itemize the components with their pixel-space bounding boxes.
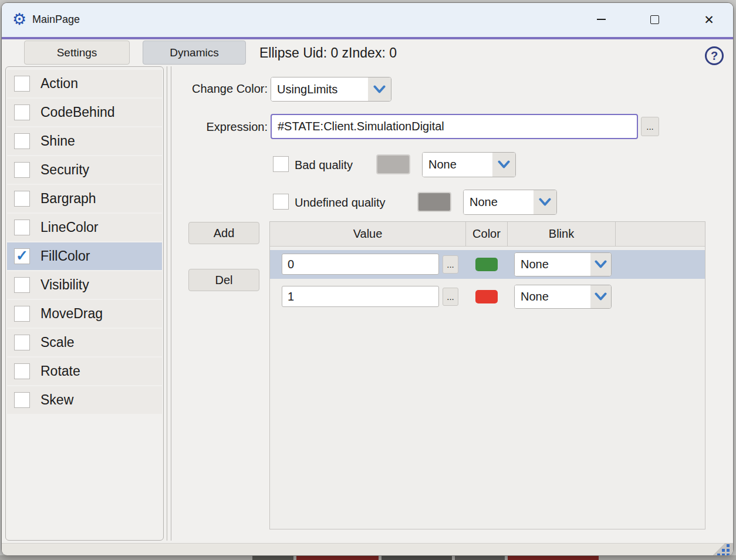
sidebar-item-label: Bargraph (40, 191, 96, 207)
checkbox[interactable] (14, 363, 30, 379)
undefined-quality-color-swatch[interactable] (417, 192, 451, 212)
help-icon[interactable]: ? (705, 46, 724, 65)
table-row[interactable]: ... None (270, 250, 705, 279)
gear-app-icon: ⚙ (12, 11, 26, 28)
bad-quality-checkbox[interactable] (273, 156, 289, 172)
maximize-icon (650, 15, 659, 24)
chevron-down-icon[interactable] (590, 253, 611, 276)
row-browse-button[interactable]: ... (443, 255, 458, 274)
checkbox[interactable] (14, 104, 30, 120)
checkbox[interactable] (14, 162, 30, 178)
maximize-button[interactable] (641, 3, 668, 36)
undefined-quality-blink-value: None (464, 190, 534, 214)
tab-settings[interactable]: Settings (24, 41, 130, 65)
column-header-extra (616, 222, 705, 246)
row-color-swatch[interactable] (475, 290, 498, 303)
column-header-blink: Blink (508, 222, 616, 246)
table-row[interactable]: ... None (270, 282, 705, 311)
sidebar-item-label: FillColor (40, 248, 90, 264)
checkbox[interactable] (14, 76, 30, 92)
check-icon: ✓ (16, 248, 28, 263)
undefined-quality-checkbox[interactable] (273, 194, 289, 210)
sidebar-item-action[interactable]: Action (7, 70, 162, 97)
accent-divider (2, 37, 733, 39)
close-button[interactable]: ✕ (696, 3, 723, 36)
splitter-handle[interactable] (167, 66, 171, 541)
chevron-down-icon[interactable] (534, 190, 556, 214)
resize-grip[interactable] (708, 543, 733, 555)
checkbox[interactable] (14, 220, 30, 235)
undefined-quality-label: Undefined quality (295, 196, 386, 210)
minimize-icon (597, 19, 606, 20)
expression-browse-button[interactable]: ... (641, 117, 659, 136)
add-button[interactable]: Add (188, 222, 259, 244)
background-fragment (455, 556, 505, 560)
chevron-down-icon[interactable] (492, 153, 515, 177)
close-icon: ✕ (704, 14, 714, 26)
change-color-label: Change Color: (166, 82, 268, 96)
sidebar-item-label: LineColor (40, 220, 98, 235)
sidebar-item-shine[interactable]: Shine (7, 127, 162, 155)
sidebar-item-label: Action (40, 76, 78, 92)
checkbox[interactable] (14, 277, 30, 293)
sidebar-item-linecolor[interactable]: LineColor (7, 214, 162, 241)
bad-quality-color-swatch[interactable] (376, 154, 410, 174)
expression-label: Expression: (166, 120, 268, 134)
tab-dynamics[interactable]: Dynamics (143, 41, 246, 65)
row-blink-value: None (515, 253, 590, 276)
value-table-body: ... None ... None (270, 250, 705, 311)
background-fragment (252, 556, 293, 560)
row-blink-select[interactable]: None (514, 285, 612, 309)
sidebar-item-label: Visibility (40, 277, 89, 293)
checkbox[interactable] (14, 392, 30, 408)
sidebar-item-bargraph[interactable]: Bargraph (7, 185, 162, 212)
sidebar-item-fillcolor[interactable]: ✓ FillColor (7, 242, 162, 270)
sidebar-item-security[interactable]: Security (7, 156, 162, 184)
sidebar-item-movedrag[interactable]: MoveDrag (7, 300, 162, 328)
sidebar-item-rotate[interactable]: Rotate (7, 357, 162, 385)
expression-input[interactable] (271, 114, 638, 139)
sidebar-item-label: Rotate (40, 363, 80, 379)
sidebar-item-label: MoveDrag (40, 306, 103, 322)
minimize-button[interactable] (588, 3, 615, 36)
row-blink-select[interactable]: None (514, 252, 612, 276)
bad-quality-blink-select[interactable]: None (422, 152, 516, 177)
checkbox[interactable] (14, 306, 30, 322)
column-header-color: Color (466, 222, 508, 246)
sidebar-item-label: Skew (40, 392, 73, 408)
sidebar-item-visibility[interactable]: Visibility (7, 271, 162, 299)
undefined-quality-blink-select[interactable]: None (463, 190, 557, 215)
column-header-value: Value (270, 222, 466, 246)
sidebar-item-scale[interactable]: Scale (7, 329, 162, 356)
screen: ⚙ MainPage ✕ Settings Dynamics Ellipse U… (0, 0, 736, 560)
sidebar-list: Action CodeBehind Shine Security Bargrap… (5, 66, 164, 541)
checkbox[interactable] (14, 191, 30, 207)
background-fragment (381, 556, 452, 560)
main-window: ⚙ MainPage ✕ Settings Dynamics Ellipse U… (1, 2, 734, 555)
sidebar-item-label: Scale (40, 335, 75, 350)
del-button[interactable]: Del (188, 269, 259, 291)
chevron-down-icon[interactable] (590, 285, 611, 308)
row-value-input[interactable] (282, 254, 439, 275)
bad-quality-label: Bad quality (295, 158, 353, 172)
window-title: MainPage (32, 14, 80, 26)
value-table: Value Color Blink ... None ... None (269, 221, 705, 529)
sidebar-item-codebehind[interactable]: CodeBehind (7, 99, 162, 126)
row-blink-value: None (515, 285, 590, 308)
title-bar[interactable]: ⚙ MainPage ✕ (2, 3, 733, 37)
chevron-down-icon[interactable] (368, 77, 391, 101)
checkbox[interactable]: ✓ (14, 248, 30, 264)
row-color-swatch[interactable] (475, 258, 498, 271)
status-bar (2, 543, 733, 555)
sidebar-item-label: Shine (40, 133, 75, 149)
checkbox[interactable] (14, 133, 30, 149)
background-fragment (508, 556, 599, 560)
row-browse-button[interactable]: ... (443, 288, 458, 306)
bad-quality-blink-value: None (423, 153, 492, 177)
sidebar-item-skew[interactable]: Skew (7, 386, 162, 414)
checkbox[interactable] (14, 335, 30, 350)
change-color-select[interactable]: UsingLimits (271, 77, 391, 102)
change-color-value: UsingLimits (271, 77, 368, 101)
sidebar-item-label: CodeBehind (40, 104, 115, 120)
row-value-input[interactable] (282, 286, 439, 307)
